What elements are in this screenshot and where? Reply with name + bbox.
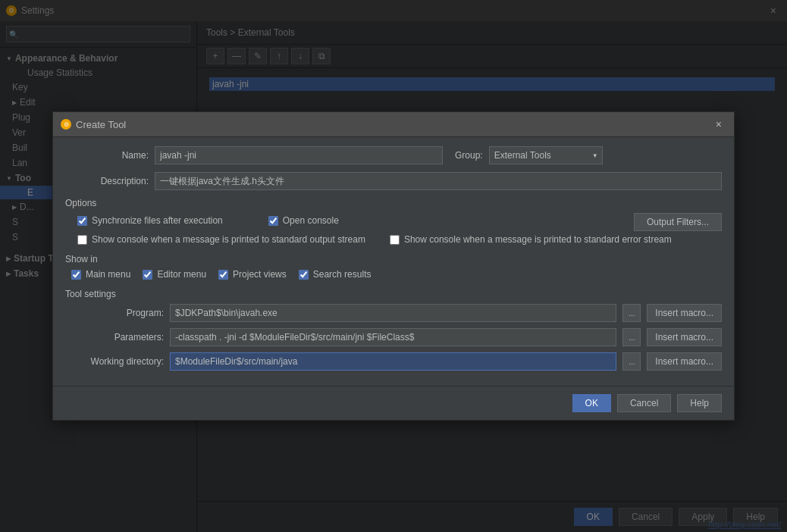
program-dots-button[interactable]: ... — [622, 304, 641, 322]
parameters-dots-button[interactable]: ... — [622, 328, 641, 346]
dialog-footer: OK Cancel Help — [53, 386, 734, 420]
options-row1: Synchronize files after execution Open c… — [77, 213, 722, 231]
options-title: Options — [65, 198, 722, 208]
working-dir-dots-button[interactable]: ... — [622, 352, 641, 371]
project-views-label: Project views — [233, 269, 287, 280]
options-row2: Show console when a message is printed t… — [77, 234, 722, 248]
description-label: Description: — [65, 176, 149, 186]
dialog-ok-button[interactable]: OK — [572, 394, 611, 412]
name-label: Name: — [65, 150, 149, 161]
dialog-title-left: ⚙ Create Tool — [61, 119, 126, 130]
program-insert-macro-button[interactable]: Insert macro... — [647, 304, 722, 322]
project-views-checkbox[interactable] — [218, 270, 228, 280]
dialog-title: Create Tool — [76, 119, 126, 130]
show-in-main-menu: Main menu — [71, 269, 130, 280]
program-label: Program: — [65, 308, 164, 318]
working-dir-label: Working directory: — [65, 356, 164, 367]
working-dir-row: Working directory: ... Insert macro... — [65, 352, 722, 371]
show-in-editor-menu: Editor menu — [143, 269, 206, 280]
search-results-label: Search results — [313, 269, 372, 280]
tool-settings-title: Tool settings — [65, 289, 722, 299]
dialog-icon: ⚙ — [61, 119, 71, 130]
create-tool-dialog: ⚙ Create Tool × Name: Group: External To… — [52, 111, 735, 421]
open-console-label: Open console — [283, 215, 339, 226]
dialog-help-button[interactable]: Help — [677, 394, 722, 412]
show-in-label: Show in — [65, 254, 722, 264]
show-in-project-views: Project views — [218, 269, 287, 280]
search-results-checkbox[interactable] — [299, 270, 309, 280]
open-console-row: Open console — [268, 215, 339, 226]
group-select-wrapper: External Tools — [489, 146, 603, 164]
show-console-stderr-label: Show console when a message is printed t… — [404, 234, 672, 245]
parameters-label: Parameters: — [65, 332, 164, 343]
show-console-stderr-row: Show console when a message is printed t… — [390, 234, 672, 245]
description-input[interactable] — [155, 172, 722, 190]
options-section: Options Synchronize files after executio… — [65, 198, 722, 248]
program-row: Program: ... Insert macro... — [65, 304, 722, 322]
dialog-body: Name: Group: External Tools Description:… — [53, 137, 734, 386]
working-dir-input[interactable] — [170, 352, 616, 371]
parameters-insert-macro-button[interactable]: Insert macro... — [647, 328, 722, 346]
show-in-row: Main menu Editor menu Project views Sear… — [71, 269, 722, 283]
output-filters-button[interactable]: Output Filters... — [634, 213, 722, 231]
editor-menu-label: Editor menu — [157, 269, 206, 280]
group-label: Group: — [455, 150, 483, 161]
dialog-title-bar: ⚙ Create Tool × — [53, 112, 734, 137]
program-input[interactable] — [170, 304, 616, 322]
dialog-close-button[interactable]: × — [711, 117, 726, 132]
editor-menu-checkbox[interactable] — [143, 270, 152, 280]
group-select[interactable]: External Tools — [489, 146, 603, 164]
dialog-overlay: ⚙ Create Tool × Name: Group: External To… — [0, 0, 787, 532]
working-dir-insert-macro-button[interactable]: Insert macro... — [647, 352, 722, 371]
show-console-stdout-row: Show console when a message is printed t… — [77, 234, 365, 245]
show-console-stderr-checkbox[interactable] — [390, 235, 400, 245]
sync-files-checkbox[interactable] — [77, 216, 87, 226]
dialog-cancel-button[interactable]: Cancel — [617, 394, 671, 412]
show-in-search-results: Search results — [299, 269, 372, 280]
name-group-row: Name: Group: External Tools — [65, 146, 722, 164]
open-console-checkbox[interactable] — [268, 216, 278, 226]
parameters-input[interactable] — [170, 328, 616, 346]
sync-files-row: Synchronize files after execution — [77, 215, 223, 226]
main-menu-checkbox[interactable] — [71, 270, 81, 280]
sync-files-label: Synchronize files after execution — [92, 215, 223, 226]
parameters-row: Parameters: ... Insert macro... — [65, 328, 722, 346]
show-console-stdout-label: Show console when a message is printed t… — [92, 234, 365, 245]
main-menu-label: Main menu — [86, 269, 130, 280]
description-row: Description: — [65, 172, 722, 190]
show-console-stdout-checkbox[interactable] — [77, 235, 87, 245]
show-in-section: Show in Main menu Editor menu Project vi… — [65, 254, 722, 283]
tool-settings-section: Tool settings Program: ... Insert macro.… — [65, 289, 722, 371]
name-input[interactable] — [155, 146, 443, 164]
